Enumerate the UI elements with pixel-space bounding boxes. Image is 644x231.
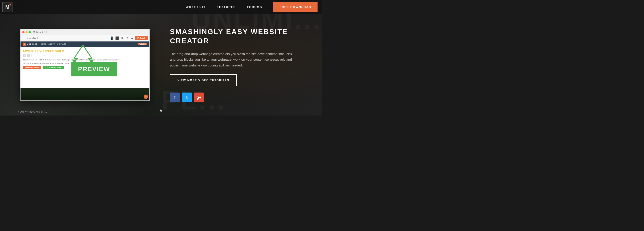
heading-line2: CREATOR [170,37,209,45]
publish-button[interactable]: Publish [135,36,148,40]
bold-tool[interactable]: B [23,54,26,57]
facebook-button[interactable]: f [170,92,180,102]
platform-label: For Windows Mac [18,110,48,113]
window-close-btn[interactable] [22,31,24,33]
cloud-icon: ☁ [131,36,133,40]
window-maximize-btn[interactable] [28,31,31,33]
twitter-icon: t [186,95,188,100]
window-titlebar: Mobirise 2.8.7 [20,30,150,35]
device-icons: 📱 ⬛ 🖥 [110,36,124,40]
googleplus-button[interactable]: g+ [194,92,204,102]
italic-tool[interactable]: I [27,54,30,57]
gear-icon: ✱ [9,3,12,6]
facebook-icon: f [174,95,176,100]
main-description: The drag-and-drop webpage creator lets y… [170,51,295,68]
heading-line1: SMASHINGLY EASY WEBSITE [170,28,288,36]
inner-logo-text: MOBIRISE [27,43,38,45]
font-size: 21 [43,55,45,57]
inner-logo-letter: M [24,43,25,45]
free-download-button[interactable]: FREE DOWNLOAD [274,2,318,12]
tablet-icon[interactable]: ⬛ [115,36,119,40]
logo-box: M ✱ [2,2,12,12]
navbar: M ✱ WHAT IS IT FEATURES FORUMS FREE DOWN… [0,0,322,14]
chevron-down-icon[interactable]: ∨ [160,108,163,113]
window-minimize-btn[interactable] [26,31,28,33]
platform-section: For Windows Mac [18,110,48,113]
app-bottom-area: + [20,88,150,100]
toolbar-right: 👁 ☁ Publish [126,36,148,40]
app-inner-nav-links: HOME ABOUT CONTACT [41,43,66,45]
googleplus-icon: g+ [196,95,201,100]
add-block-button[interactable]: + [144,94,148,99]
preview-eye-icon[interactable]: 👁 [126,36,129,40]
arrows-svg [65,43,101,65]
arrow-container [65,43,101,66]
inner-logo-box: M [23,42,26,46]
font-select[interactable]: Roboto [31,54,42,57]
nav-what-is-it[interactable]: WHAT IS IT [186,5,206,9]
app-download-btn[interactable]: DOWNLOAD NOW [23,66,41,69]
app-inner-logo: M MOBIRISE [23,42,38,46]
inner-publish-btn: PUBLISH [138,43,147,45]
inner-nav-home: HOME [41,43,46,45]
nav-features[interactable]: FEATURES [217,5,236,9]
app-windows-mac-btn[interactable]: FOR WINDOWS & MAC [42,66,64,69]
window-title: Mobirise 2.8.7 [33,31,47,34]
right-section: SMASHINGLY EASY WEBSITE CREATOR The drag… [161,20,322,109]
social-icons: f t g+ [170,92,308,102]
nav-links: WHAT IS IT FEATURES FORUMS FREE DOWNLOAD [186,2,318,12]
window-toolbar: ☰ index.html 📱 ⬛ 🖥 👁 ☁ Publish [20,35,150,42]
inner-nav-about: ABOUT [48,43,55,45]
toolbar-filename: index.html [28,37,108,40]
menu-icon: ☰ [22,36,25,40]
nav-logo: M ✱ [2,2,12,12]
window-controls [22,31,31,33]
nav-forums[interactable]: FORUMS [247,5,262,9]
main-heading: SMASHINGLY EASY WEBSITE CREATOR [170,27,308,46]
main-content: Mobirise 2.8.7 ☰ index.html 📱 ⬛ 🖥 👁 ☁ Pu… [0,14,322,116]
mobile-icon[interactable]: 📱 [110,36,114,40]
inner-nav-contact: CONTACT [57,43,66,45]
left-section: Mobirise 2.8.7 ☰ index.html 📱 ⬛ 🖥 👁 ☁ Pu… [0,25,161,105]
twitter-button[interactable]: t [182,92,192,102]
view-tutorials-button[interactable]: VIEW MORE VIDEO TUTORIALS [170,74,237,86]
app-window: Mobirise 2.8.7 ☰ index.html 📱 ⬛ 🖥 👁 ☁ Pu… [20,29,150,100]
desktop-icon[interactable]: 🖥 [121,36,124,40]
